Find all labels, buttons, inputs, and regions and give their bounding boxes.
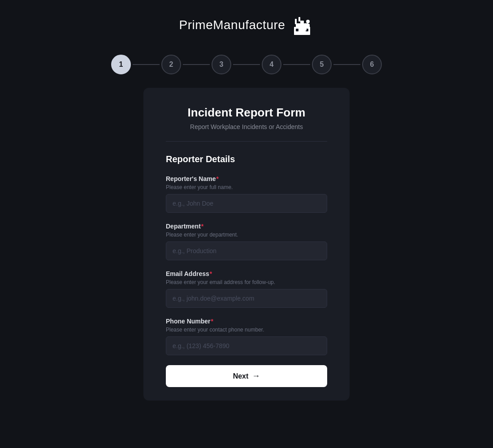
- form-subtitle: Report Workplace Incidents or Accidents: [166, 123, 327, 130]
- phone-input[interactable]: [166, 336, 327, 355]
- arrow-right-icon: →: [252, 371, 260, 381]
- header: PrimeManufacture: [179, 13, 314, 37]
- form-card: Incident Report Form Report Workplace In…: [143, 88, 350, 401]
- next-button[interactable]: Next →: [166, 365, 327, 387]
- step-line-3: [233, 64, 260, 65]
- svg-rect-5: [298, 17, 300, 22]
- divider: [166, 141, 327, 142]
- department-label: Department*: [166, 223, 327, 230]
- required-marker: *: [201, 223, 203, 230]
- svg-rect-11: [308, 28, 310, 30]
- svg-rect-3: [300, 21, 304, 28]
- svg-rect-9: [306, 24, 310, 28]
- step-2[interactable]: 2: [161, 55, 181, 74]
- stepper: 1 2 3 4 5 6: [111, 55, 382, 74]
- department-group: Department* Please enter your department…: [166, 223, 327, 260]
- step-4[interactable]: 4: [262, 55, 281, 74]
- svg-rect-4: [295, 19, 297, 24]
- email-group: Email Address* Please enter your email a…: [166, 270, 327, 308]
- reporter-name-label: Reporter's Name*: [166, 175, 327, 182]
- department-hint: Please enter your department.: [166, 232, 327, 238]
- department-input[interactable]: [166, 241, 327, 260]
- phone-hint: Please enter your contact phone number.: [166, 327, 327, 333]
- step-line-5: [333, 64, 360, 65]
- step-line-2: [183, 64, 210, 65]
- step-5[interactable]: 5: [312, 55, 332, 74]
- svg-rect-10: [305, 28, 307, 30]
- section-title: Reporter Details: [166, 154, 327, 164]
- reporter-name-input[interactable]: [166, 194, 327, 213]
- step-3[interactable]: 3: [212, 55, 231, 74]
- phone-label: Phone Number*: [166, 318, 327, 325]
- reporter-name-hint: Please enter your full name.: [166, 184, 327, 190]
- email-input[interactable]: [166, 289, 327, 308]
- required-marker: *: [211, 318, 213, 325]
- brand-name: PrimeManufacture: [179, 18, 285, 32]
- step-1[interactable]: 1: [111, 55, 131, 74]
- required-marker: *: [216, 175, 218, 182]
- email-label: Email Address*: [166, 270, 327, 277]
- svg-point-8: [306, 20, 310, 23]
- step-line-4: [283, 64, 310, 65]
- svg-rect-6: [296, 29, 298, 31]
- reporter-name-group: Reporter's Name* Please enter your full …: [166, 175, 327, 213]
- form-title: Incident Report Form: [166, 106, 327, 120]
- step-6[interactable]: 6: [362, 55, 382, 74]
- step-line-1: [133, 64, 160, 65]
- phone-group: Phone Number* Please enter your contact …: [166, 318, 327, 355]
- email-hint: Please enter your email address for foll…: [166, 279, 327, 285]
- brand-logo-icon: [290, 13, 314, 37]
- required-marker: *: [210, 270, 212, 277]
